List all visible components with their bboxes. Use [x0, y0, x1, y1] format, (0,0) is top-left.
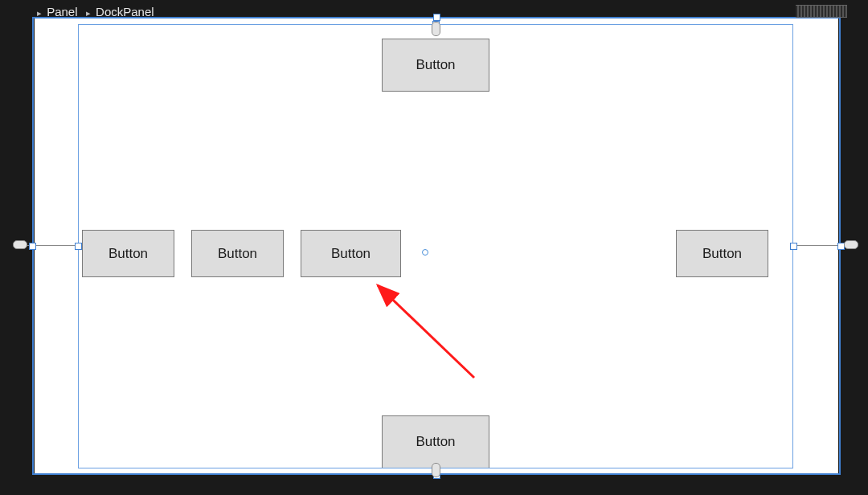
inner-resize-handle-right[interactable] [790, 243, 797, 250]
inner-resize-handle-left[interactable] [75, 243, 82, 250]
button-label: Button [331, 246, 371, 262]
button-label: Button [218, 246, 257, 262]
button-dock-left-2[interactable]: Button [191, 230, 284, 277]
chevron-right-icon: ▸ [86, 8, 91, 18]
button-label: Button [416, 434, 455, 450]
button-label: Button [416, 57, 455, 73]
margin-lock-bottom[interactable] [432, 463, 440, 477]
center-point-icon [422, 249, 428, 256]
chevron-right-icon: ▸ [37, 8, 42, 18]
breadcrumb-panel: Panel [47, 5, 77, 18]
margin-lock-left[interactable] [13, 240, 27, 249]
button-dock-left-1[interactable]: Button [82, 230, 174, 277]
breadcrumb[interactable]: ▸ Panel ▸ DockPanel [37, 5, 154, 18]
breadcrumb-dockpanel: DockPanel [96, 5, 154, 18]
margin-lock-right[interactable] [844, 240, 858, 249]
resize-handle-left[interactable] [29, 243, 36, 250]
button-dock-center[interactable]: Button [301, 230, 401, 277]
margin-lock-top[interactable] [432, 22, 440, 36]
drag-handle-icon[interactable] [796, 5, 847, 18]
button-dock-top[interactable]: Button [382, 39, 489, 92]
margin-line-right [794, 245, 844, 246]
button-label: Button [702, 246, 742, 262]
button-label: Button [108, 246, 148, 262]
button-dock-bottom[interactable]: Button [382, 415, 489, 468]
button-dock-right[interactable]: Button [676, 230, 768, 277]
resize-handle-top[interactable] [433, 14, 440, 21]
